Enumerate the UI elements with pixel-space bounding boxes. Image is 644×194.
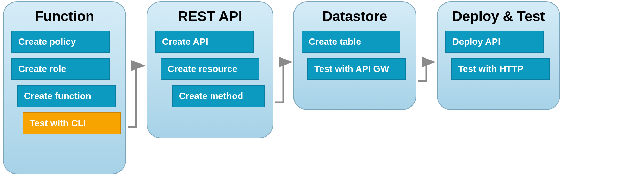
stage-deploy-test: Deploy & Test Deploy API Test with HTTP: [437, 1, 560, 110]
step-create-policy: Create policy: [11, 31, 110, 53]
stage-function: Function Create policy Create role Creat…: [3, 1, 126, 174]
step-label: Create API: [162, 36, 208, 47]
stage-title-datastore: Datastore: [302, 8, 408, 24]
stage-title-function: Function: [11, 8, 118, 24]
step-label: Create function: [24, 91, 91, 101]
stage-rest-api: REST API Create API Create resource Crea…: [147, 1, 273, 138]
stage-title-rest-api: REST API: [155, 8, 265, 24]
step-label: Test with API GW: [314, 63, 389, 74]
step-label: Test with CLI: [30, 118, 86, 128]
step-label: Create policy: [18, 36, 76, 47]
step-test-with-cli: Test with CLI: [23, 112, 121, 134]
arrow-restapi-to-datastore: [273, 60, 294, 109]
step-create-api: Create API: [155, 31, 254, 53]
step-label: Deploy API: [452, 36, 500, 47]
step-create-role: Create role: [11, 58, 110, 80]
step-label: Create method: [179, 91, 243, 101]
arrow-datastore-to-deploy: [416, 60, 437, 88]
step-create-table: Create table: [302, 31, 400, 53]
step-label: Create role: [18, 63, 66, 74]
arrow-function-to-restapi: [125, 63, 147, 141]
step-deploy-api: Deploy API: [445, 31, 544, 53]
step-label: Create table: [309, 36, 361, 47]
stage-datastore: Datastore Create table Test with API GW: [293, 1, 416, 110]
step-create-method: Create method: [172, 85, 265, 107]
stage-title-deploy-test: Deploy & Test: [445, 8, 552, 24]
step-label: Test with HTTP: [458, 63, 524, 74]
step-test-with-api-gw: Test with API GW: [307, 58, 406, 80]
step-test-with-http: Test with HTTP: [451, 58, 550, 80]
step-label: Create resource: [168, 63, 237, 74]
step-create-function: Create function: [17, 85, 116, 107]
step-create-resource: Create resource: [161, 58, 259, 80]
